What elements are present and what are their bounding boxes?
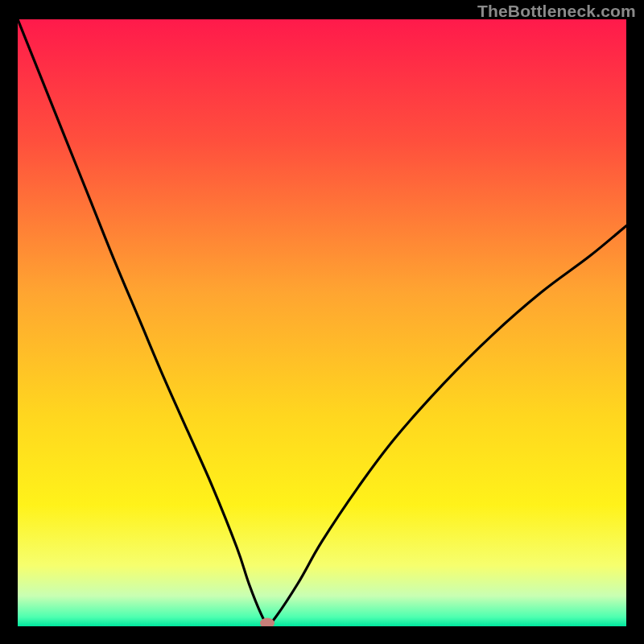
optimal-point-marker	[260, 618, 275, 626]
chart-frame: TheBottleneck.com	[0, 0, 644, 644]
bottleneck-curve	[18, 19, 626, 626]
plot-area	[18, 19, 626, 626]
watermark-text: TheBottleneck.com	[477, 2, 636, 21]
